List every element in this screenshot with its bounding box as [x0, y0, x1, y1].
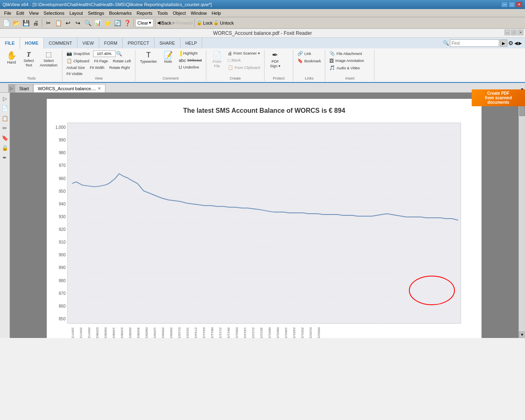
bookmark-button[interactable]: 🔖 Bookmark	[296, 57, 323, 64]
fit-width-button[interactable]: Fit Width	[88, 65, 106, 71]
strikeout-button[interactable]: abc Strikeout	[177, 57, 203, 64]
help-toolbar-button[interactable]: ❓	[123, 18, 132, 27]
tab-start-label: Start	[19, 86, 29, 91]
menu-item-bookmarks[interactable]: Bookmarks	[107, 11, 134, 16]
close-button[interactable]: ✕	[516, 2, 523, 7]
y-label-940: 940	[59, 202, 66, 206]
menu-item-layout[interactable]: Layout	[67, 11, 85, 16]
forward-button[interactable]: ▶ Forward	[172, 20, 193, 25]
maximize-button[interactable]: □	[509, 2, 515, 7]
save-button[interactable]: 💾	[21, 18, 30, 27]
clear-dropdown[interactable]: Clear ▾	[135, 19, 153, 27]
tab-comment[interactable]: COMMENT	[44, 38, 78, 48]
pdf-sign-button[interactable]: ✒ PDFSign ▾	[267, 50, 283, 70]
y-label-980: 980	[59, 151, 66, 155]
chart-button[interactable]: 📊	[93, 18, 102, 27]
tab-protect[interactable]: PROTECT	[123, 38, 155, 48]
lock-button[interactable]: 🔒 Lock	[196, 20, 212, 25]
sidebar-layers-icon[interactable]: 📋	[1, 114, 9, 122]
tab-worcs[interactable]: WORCS_Account balance.... ✕	[33, 84, 105, 92]
svg-text:09/01/2017: 09/01/2017	[276, 327, 280, 338]
zoom-in-button[interactable]: 🔍	[116, 51, 122, 57]
menu-item-selections[interactable]: Selections	[41, 11, 67, 16]
rotate-right-button[interactable]: Rotate Right	[108, 65, 132, 71]
nav-next-button[interactable]: ▶	[518, 41, 522, 46]
print-button[interactable]: 🖨	[31, 18, 40, 27]
typewriter-button[interactable]: T Typewriter	[138, 50, 159, 65]
fit-visible-button[interactable]: Fit Visible	[65, 71, 84, 77]
menu-item-object[interactable]: Object	[170, 11, 188, 16]
zoom-input[interactable]	[93, 50, 116, 57]
create-pdf-banner[interactable]: Create PDF from scanned documents	[472, 89, 525, 106]
underline-button[interactable]: U Underline	[177, 64, 203, 71]
hand-tool-button[interactable]: ✋ Hand	[3, 50, 20, 66]
undo-button[interactable]: ↩	[64, 18, 73, 27]
menu-item-edit[interactable]: Edit	[14, 11, 27, 16]
find-search-button[interactable]: ▶	[500, 39, 507, 47]
menu-item-help[interactable]: Help	[209, 11, 224, 16]
new-button[interactable]: 📄	[2, 18, 11, 27]
menu-item-reports[interactable]: Reports	[134, 11, 155, 16]
foxit-close[interactable]: ✕	[518, 30, 523, 35]
tab-share[interactable]: SHARE	[155, 38, 180, 48]
cut-button[interactable]: ✂	[44, 18, 53, 27]
rotate-left-button[interactable]: Rotate Left	[111, 57, 132, 64]
sidebar-lock-icon[interactable]: 🔒	[1, 144, 9, 152]
sidebar-pages-icon[interactable]: 📄	[1, 104, 9, 112]
scroll-down-button[interactable]: ▼	[519, 331, 525, 338]
scanner-clipboard-group: 🖨 From Scanner ▾ □ Blank 📋 From Clipboar…	[226, 50, 262, 77]
menu-item-tools[interactable]: Tools	[155, 11, 170, 16]
nav-prev-button[interactable]: ◀	[514, 41, 518, 46]
tab-worcs-close[interactable]: ✕	[98, 86, 101, 91]
file-attachment-button[interactable]: 📎 File Attachment	[328, 50, 365, 57]
tab-form[interactable]: FORM	[99, 38, 123, 48]
sidebar-navigate-icon[interactable]: ▷	[1, 94, 9, 103]
menu-item-view[interactable]: View	[27, 11, 41, 16]
refresh-button[interactable]: 🔄	[113, 18, 122, 27]
clipboard-button[interactable]: 📋 Clipboard	[65, 57, 91, 64]
search-button[interactable]: 🔍	[83, 18, 92, 27]
open-button[interactable]: 📂	[11, 18, 21, 27]
from-scanner-button[interactable]: 🖨 From Scanner ▾	[226, 50, 262, 57]
highlight-button[interactable]: ▐ Highlight	[177, 50, 203, 57]
from-file-button[interactable]: 📄 FromFile	[209, 50, 225, 70]
foxit-minimize[interactable]: —	[504, 30, 510, 35]
menu-item-settings[interactable]: Settings	[85, 11, 107, 16]
image-annotation-button[interactable]: 🖼 Image Annotation	[328, 57, 365, 64]
unlock-button[interactable]: 🔓 Unlock	[213, 20, 234, 25]
tab-help[interactable]: HELP	[180, 38, 203, 48]
foxit-restore[interactable]: □	[511, 30, 517, 35]
tab-file[interactable]: FILE	[0, 38, 20, 49]
actual-size-button[interactable]: Actual Size	[65, 65, 87, 71]
star-button[interactable]: ⭐	[103, 18, 112, 27]
back-button[interactable]: ◀ Back	[157, 20, 171, 25]
menu-item-file[interactable]: File	[2, 11, 14, 16]
link-button[interactable]: 🔗 Link	[296, 50, 323, 57]
minimize-button[interactable]: —	[501, 2, 508, 7]
audio-video-button[interactable]: 🎵 Audio & Video	[328, 64, 365, 71]
snapshot-button[interactable]: 📷 SnapShot	[65, 50, 91, 57]
tab-start[interactable]: Start	[15, 84, 33, 92]
tab-home[interactable]: HOME	[20, 38, 44, 49]
x-axis-labels: 15/07/2016 20/07/2016 29/07/2016 02/08/2…	[68, 323, 461, 338]
nav-collapse-button[interactable]: ▷	[8, 84, 15, 92]
find-input[interactable]	[450, 39, 499, 47]
scroll-track[interactable]	[519, 99, 525, 331]
tab-view[interactable]: VIEW	[78, 38, 99, 48]
blank-button[interactable]: □ Blank	[226, 57, 262, 64]
menu-item-window[interactable]: Window	[188, 11, 209, 16]
sidebar-edit-icon[interactable]: ✏	[1, 124, 9, 132]
unlock-icon: 🔓	[213, 20, 219, 25]
select-annotation-button[interactable]: ⬚ SelectAnnotation	[38, 50, 59, 69]
select-text-label: SelectText	[23, 59, 34, 68]
sidebar-bookmark-icon[interactable]: 🔖	[1, 134, 9, 142]
pdf-sign-label: PDFSign ▾	[270, 59, 281, 68]
note-button[interactable]: 📝 Note	[160, 50, 176, 65]
from-clipboard-button[interactable]: 📋 From Clipboard	[226, 64, 262, 71]
fit-page-button[interactable]: Fit Page	[93, 57, 110, 64]
redo-button[interactable]: ↪	[73, 18, 82, 27]
copy-button[interactable]: 📋	[54, 18, 63, 27]
sidebar-sign-icon[interactable]: ✒	[1, 153, 9, 162]
settings-icon[interactable]: ⚙	[508, 40, 514, 46]
select-text-button[interactable]: T SelectText	[21, 50, 37, 69]
